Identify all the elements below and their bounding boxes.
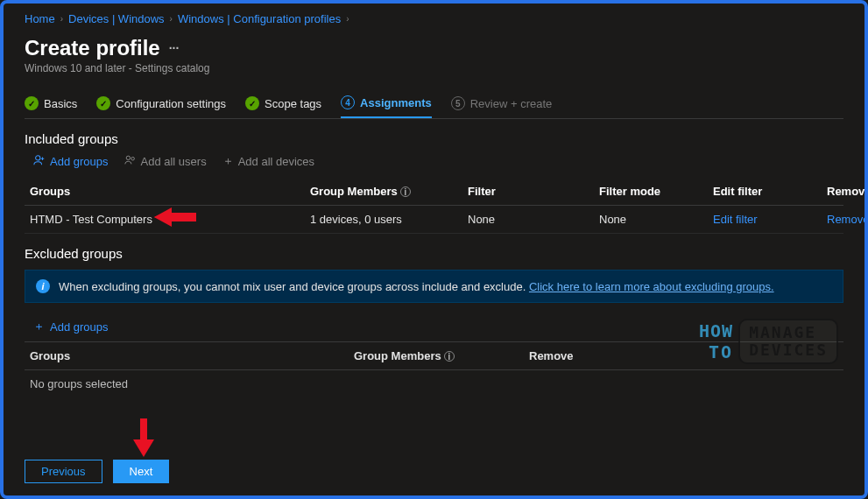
svg-marker-6 xyxy=(133,439,154,457)
breadcrumb: Home › Devices | Windows › Windows | Con… xyxy=(25,12,843,25)
step-scope-tags[interactable]: ✓ Scope tags xyxy=(245,96,321,117)
col-filter: Filter xyxy=(468,185,599,198)
chevron-right-icon: › xyxy=(170,14,173,24)
breadcrumb-home[interactable]: Home xyxy=(25,12,55,25)
included-groups-heading: Included groups xyxy=(25,131,843,146)
excluded-groups-heading: Excluded groups xyxy=(25,246,843,261)
info-icon[interactable]: i xyxy=(444,351,455,362)
step-basics[interactable]: ✓ Basics xyxy=(25,96,77,117)
step-number-icon: 5 xyxy=(451,96,465,110)
annotation-arrow-down xyxy=(133,418,154,457)
plus-icon: ＋ xyxy=(33,319,45,334)
col-members: Group Membersi xyxy=(354,349,529,362)
annotation-arrow-right xyxy=(154,206,196,228)
wizard-steps: ✓ Basics ✓ Configuration settings ✓ Scop… xyxy=(25,95,843,119)
remove-link[interactable]: Remove xyxy=(827,213,868,226)
cell-filter-mode: None xyxy=(599,213,713,226)
users-icon xyxy=(124,154,137,169)
col-groups: Groups xyxy=(30,349,354,362)
check-icon: ✓ xyxy=(25,96,39,110)
watermark-logo: HOW TO MANAGE DEVICES xyxy=(699,319,838,364)
add-all-devices-button[interactable]: ＋ Add all devices xyxy=(222,153,314,169)
svg-point-2 xyxy=(131,157,134,160)
excluded-empty-row: No groups selected xyxy=(25,370,843,397)
excluded-info-text: When excluding groups, you cannot mix us… xyxy=(59,280,774,293)
edit-filter-link[interactable]: Edit filter xyxy=(713,213,827,226)
info-icon[interactable]: i xyxy=(400,186,411,197)
breadcrumb-config-profiles[interactable]: Windows | Configuration profiles xyxy=(178,12,341,25)
plus-icon: ＋ xyxy=(222,153,234,169)
svg-marker-4 xyxy=(154,207,172,227)
info-icon: i xyxy=(36,279,50,293)
previous-button[interactable]: Previous xyxy=(25,460,102,483)
add-groups-button[interactable]: Add groups xyxy=(33,154,109,169)
col-remove: Remove xyxy=(529,349,669,362)
page-subtitle: Windows 10 and later - Settings catalog xyxy=(25,62,843,74)
breadcrumb-devices-windows[interactable]: Devices | Windows xyxy=(68,12,165,25)
add-all-users-button[interactable]: Add all users xyxy=(124,154,207,169)
more-icon[interactable]: ··· xyxy=(169,41,180,55)
step-configuration-settings[interactable]: ✓ Configuration settings xyxy=(96,96,226,117)
check-icon: ✓ xyxy=(245,96,259,110)
col-filter-mode: Filter mode xyxy=(599,185,713,198)
add-user-icon xyxy=(33,154,46,169)
step-assignments[interactable]: 4 Assignments xyxy=(341,95,432,118)
cell-members: 1 devices, 0 users xyxy=(310,213,468,226)
col-members: Group Membersi xyxy=(310,185,468,198)
step-review-create: 5 Review + create xyxy=(451,96,553,117)
included-table-row: HTMD - Test Computers 1 devices, 0 users… xyxy=(25,206,843,234)
excluded-empty-text: No groups selected xyxy=(30,377,354,390)
col-remove: Remove xyxy=(827,185,868,198)
col-edit-filter: Edit filter xyxy=(713,185,827,198)
chevron-right-icon: › xyxy=(60,14,63,24)
check-icon: ✓ xyxy=(96,96,110,110)
col-groups: Groups xyxy=(30,185,310,198)
next-button[interactable]: Next xyxy=(113,460,170,483)
page-title: Create profile ··· xyxy=(25,36,843,60)
svg-point-0 xyxy=(36,155,40,159)
chevron-right-icon: › xyxy=(346,14,349,24)
svg-rect-3 xyxy=(170,213,196,221)
svg-rect-5 xyxy=(140,418,147,441)
step-number-icon: 4 xyxy=(341,95,355,109)
learn-more-link[interactable]: Click here to learn more about excluding… xyxy=(529,280,774,293)
included-table-header: Groups Group Membersi Filter Filter mode… xyxy=(25,178,843,206)
svg-point-1 xyxy=(126,156,130,159)
excluded-info-box: i When excluding groups, you cannot mix … xyxy=(25,270,843,303)
cell-filter: None xyxy=(468,213,599,226)
